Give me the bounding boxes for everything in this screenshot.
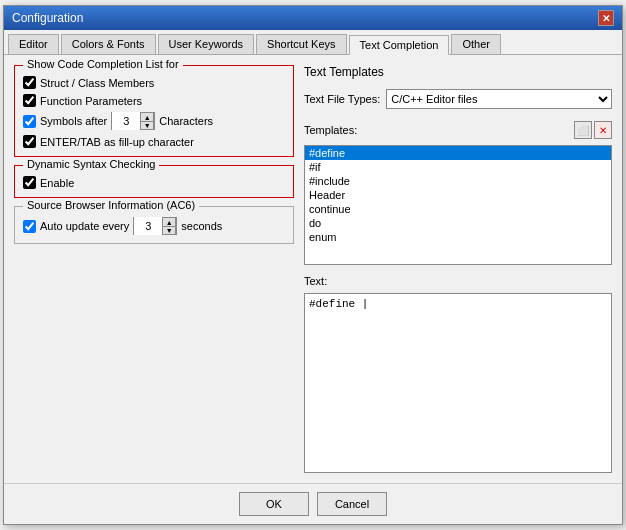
enable-row[interactable]: Enable xyxy=(23,176,285,189)
symbols-after-checkbox[interactable] xyxy=(23,115,36,128)
template-item-continue[interactable]: continue xyxy=(305,202,611,216)
auto-update-row: Auto update every 3 ▲ ▼ seconds xyxy=(23,217,285,235)
tab-other[interactable]: Other xyxy=(451,34,501,54)
code-completion-group: Show Code Completion List for Struct / C… xyxy=(14,65,294,157)
templates-list[interactable]: #define #if #include Header continue do … xyxy=(304,145,612,265)
auto-update-spinner-buttons: ▲ ▼ xyxy=(162,217,176,235)
seconds-label: seconds xyxy=(181,220,222,232)
auto-update-label: Auto update every xyxy=(40,220,129,232)
symbols-after-row: Symbols after 3 ▲ ▼ Characters xyxy=(23,112,285,130)
symbols-after-label: Symbols after xyxy=(40,115,107,127)
tab-user-keywords[interactable]: User Keywords xyxy=(158,34,255,54)
bottom-bar: OK Cancel xyxy=(4,483,622,524)
text-templates-label: Text Templates xyxy=(304,65,612,79)
template-item-enum[interactable]: enum xyxy=(305,230,611,244)
templates-icons: ⬜ ✕ xyxy=(574,121,612,139)
characters-label: Characters xyxy=(159,115,213,127)
symbols-spinner: 3 ▲ ▼ xyxy=(111,112,155,130)
window-title: Configuration xyxy=(12,11,83,25)
tabs-bar: Editor Colors & Fonts User Keywords Shor… xyxy=(4,30,622,55)
code-completion-group-label: Show Code Completion List for xyxy=(23,58,183,70)
tab-shortcut-keys[interactable]: Shortcut Keys xyxy=(256,34,346,54)
symbols-value[interactable]: 3 xyxy=(112,112,140,130)
tab-text-completion[interactable]: Text Completion xyxy=(349,35,450,55)
template-item-if[interactable]: #if xyxy=(305,160,611,174)
source-browser-group-label: Source Browser Information (AC6) xyxy=(23,199,199,211)
text-area-box[interactable]: #define | xyxy=(304,293,612,473)
auto-update-down-btn[interactable]: ▼ xyxy=(162,226,176,235)
title-bar: Configuration ✕ xyxy=(4,6,622,30)
text-area-label: Text: xyxy=(304,275,612,287)
right-panel: Text Templates Text File Types: C/C++ Ed… xyxy=(304,65,612,473)
enter-tab-label: ENTER/TAB as fill-up character xyxy=(40,136,194,148)
auto-update-spinner: 3 ▲ ▼ xyxy=(133,217,177,235)
auto-update-checkbox[interactable] xyxy=(23,220,36,233)
cancel-button[interactable]: Cancel xyxy=(317,492,387,516)
ok-button[interactable]: OK xyxy=(239,492,309,516)
dynamic-syntax-group: Dynamic Syntax Checking Enable xyxy=(14,165,294,198)
auto-update-value[interactable]: 3 xyxy=(134,217,162,235)
function-params-row[interactable]: Function Parameters xyxy=(23,94,285,107)
tab-colors-fonts[interactable]: Colors & Fonts xyxy=(61,34,156,54)
dynamic-syntax-group-label: Dynamic Syntax Checking xyxy=(23,158,159,170)
file-types-label: Text File Types: xyxy=(304,93,380,105)
function-params-checkbox[interactable] xyxy=(23,94,36,107)
code-completion-options: Struct / Class Members Function Paramete… xyxy=(23,76,285,148)
template-item-header[interactable]: Header xyxy=(305,188,611,202)
struct-class-label: Struct / Class Members xyxy=(40,77,154,89)
function-params-label: Function Parameters xyxy=(40,95,142,107)
template-item-do[interactable]: do xyxy=(305,216,611,230)
templates-add-btn[interactable]: ⬜ xyxy=(574,121,592,139)
enable-label: Enable xyxy=(40,177,74,189)
template-item-define[interactable]: #define xyxy=(305,146,611,160)
close-button[interactable]: ✕ xyxy=(598,10,614,26)
source-browser-group: Source Browser Information (AC6) Auto up… xyxy=(14,206,294,244)
content-area: Show Code Completion List for Struct / C… xyxy=(4,55,622,483)
symbols-up-btn[interactable]: ▲ xyxy=(140,112,154,121)
tab-editor[interactable]: Editor xyxy=(8,34,59,54)
dynamic-syntax-options: Enable xyxy=(23,176,285,189)
struct-class-checkbox[interactable] xyxy=(23,76,36,89)
symbols-spinner-buttons: ▲ ▼ xyxy=(140,112,154,130)
source-browser-options: Auto update every 3 ▲ ▼ seconds xyxy=(23,217,285,235)
left-panel: Show Code Completion List for Struct / C… xyxy=(14,65,294,473)
file-types-select[interactable]: C/C++ Editor files xyxy=(386,89,612,109)
configuration-dialog: Configuration ✕ Editor Colors & Fonts Us… xyxy=(3,5,623,525)
enter-tab-row[interactable]: ENTER/TAB as fill-up character xyxy=(23,135,285,148)
templates-delete-btn[interactable]: ✕ xyxy=(594,121,612,139)
template-item-include[interactable]: #include xyxy=(305,174,611,188)
enable-checkbox[interactable] xyxy=(23,176,36,189)
enter-tab-checkbox[interactable] xyxy=(23,135,36,148)
templates-label: Templates: xyxy=(304,124,357,136)
struct-class-row[interactable]: Struct / Class Members xyxy=(23,76,285,89)
auto-update-up-btn[interactable]: ▲ xyxy=(162,217,176,226)
symbols-down-btn[interactable]: ▼ xyxy=(140,121,154,130)
templates-header: Templates: ⬜ ✕ xyxy=(304,121,612,139)
file-type-row: Text File Types: C/C++ Editor files xyxy=(304,89,612,109)
